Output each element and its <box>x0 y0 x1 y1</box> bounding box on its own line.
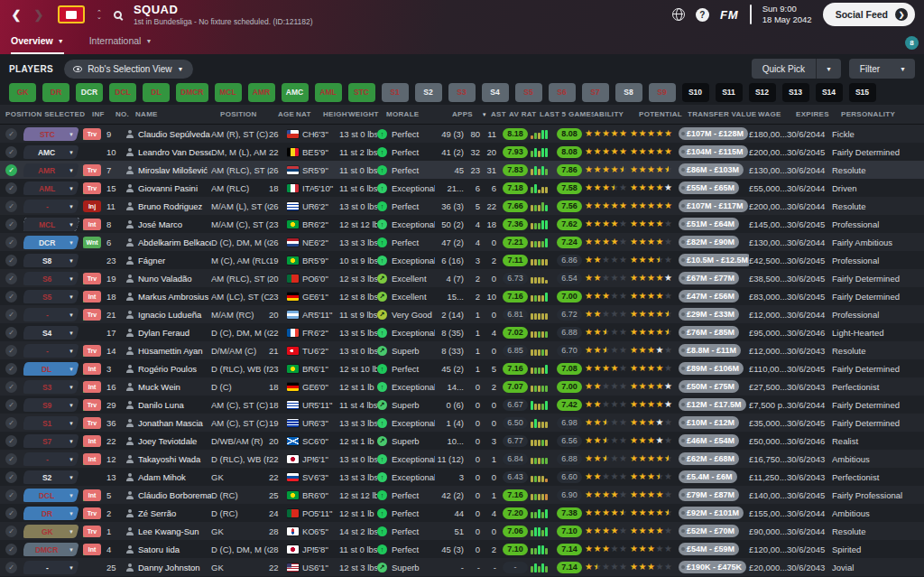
filter-button[interactable]: Filter ▼ <box>849 59 915 79</box>
player-name[interactable]: Leandro Van Dessel <box>138 147 211 157</box>
position-selected-pill[interactable]: -▼ <box>23 344 79 358</box>
transfer-value-pill[interactable]: £104M - £115M <box>679 145 748 158</box>
filter-button-amr[interactable]: AMR <box>248 83 275 102</box>
filter-button-dcl[interactable]: DCL <box>109 83 136 102</box>
filter-button-s15[interactable]: S15 <box>849 83 876 102</box>
screen-switcher-icon[interactable]: ⌃⌄ <box>97 10 102 19</box>
position-selected-pill[interactable]: AMR▼ <box>23 163 79 177</box>
player-name[interactable]: Ignacio Ludueña <box>138 310 201 320</box>
info-badge-int[interactable]: Int <box>83 363 101 375</box>
selection-checkbox[interactable]: ✓ <box>5 146 17 158</box>
table-row[interactable]: ✓DCL▼Int5Cláudio BorboremaD (RC)25BRA6'0… <box>0 486 924 504</box>
column-header-last-5-games[interactable]: LAST 5 GAMES <box>540 110 594 118</box>
column-header-position-selected[interactable]: POSITION SELECTED <box>5 110 92 118</box>
transfer-value-pill[interactable]: £50M - £75M <box>679 380 739 393</box>
back-button[interactable]: ❮ <box>9 8 23 22</box>
filter-button-s1[interactable]: S1 <box>382 83 409 102</box>
column-header-nat[interactable]: NAT <box>296 110 323 118</box>
table-row[interactable]: ✓DMCR▼Int4Satoru IidaD (C), DM, M (C)28J… <box>0 540 924 558</box>
player-name[interactable]: Abdelkarim Belkacem <box>138 237 211 247</box>
transfer-value-pill[interactable]: £89M - £106M <box>679 362 744 375</box>
notification-badge[interactable]: 8 <box>905 36 919 50</box>
column-header-ast[interactable]: AST <box>491 110 509 118</box>
info-badge-wnt[interactable]: Wnt <box>83 237 101 248</box>
position-selected-pill[interactable]: DL▼ <box>23 362 79 376</box>
selection-checkbox[interactable]: ✓ <box>5 544 17 555</box>
position-selected-pill[interactable]: DCL▼ <box>23 489 79 502</box>
selection-checkbox[interactable]: ✓ <box>5 453 17 465</box>
table-row[interactable]: ✓AMR▼Trv7Miroslav MiloševićAM (RLC), ST … <box>0 161 924 179</box>
position-selected-pill[interactable]: S1▼ <box>23 416 79 430</box>
column-header-position[interactable]: POSITION <box>220 110 278 118</box>
social-feed-button[interactable]: Social Feed ❯ <box>823 3 915 26</box>
table-row[interactable]: ✓-▼Trv21Ignacio LudueñaM/AM (RC)20ARG5'1… <box>0 305 924 323</box>
player-name[interactable]: Takayoshi Wada <box>138 454 200 464</box>
column-header-no-[interactable]: NO. <box>116 110 135 118</box>
chevron-down-icon[interactable]: ▼ <box>817 66 841 72</box>
player-name[interactable]: Giovanni Pasini <box>138 183 198 193</box>
position-selected-pill[interactable]: DR▼ <box>23 507 79 520</box>
info-badge-inj[interactable]: Inj <box>83 200 101 212</box>
transfer-value-pill[interactable]: £190K - £475K <box>679 561 746 573</box>
info-badge-int[interactable]: Int <box>83 453 101 465</box>
column-header-morale[interactable]: MORALE <box>386 110 444 118</box>
info-badge-trv[interactable]: Trv <box>83 417 101 429</box>
filter-button-s7[interactable]: S7 <box>582 83 609 102</box>
transfer-value-pill[interactable]: £55M - £65M <box>679 181 739 194</box>
table-row[interactable]: ✓S9▼Trv29Danilo LunaAM (C), ST (C)18URU5… <box>0 396 924 414</box>
player-name[interactable]: Nuno Valadão <box>138 274 192 284</box>
table-row[interactable]: ✓-▼Trv14Hüsamettin AyanD/M/AM (C)21TUR6'… <box>0 341 924 359</box>
transfer-value-pill[interactable]: £62M - £68M <box>679 452 739 465</box>
transfer-value-pill[interactable]: £82M - £90M <box>679 236 739 248</box>
transfer-value-pill[interactable]: £67M - £77M <box>679 272 739 284</box>
position-selected-pill[interactable]: AMC▼ <box>23 145 79 159</box>
selection-checkbox[interactable]: ✓ <box>5 489 17 501</box>
info-badge-trv[interactable]: Trv <box>83 164 101 176</box>
player-name[interactable]: Danny Johnston <box>138 563 200 572</box>
transfer-value-pill[interactable]: £46M - £54M <box>679 434 739 447</box>
transfer-value-pill[interactable]: £107M - £117M <box>679 200 748 212</box>
transfer-value-pill[interactable]: £29M - £33M <box>679 308 739 321</box>
column-header-expires[interactable]: EXPIRES <box>796 110 841 118</box>
filter-button-s4[interactable]: S4 <box>482 83 509 102</box>
filter-button-amc[interactable]: AMC <box>282 83 309 102</box>
quick-pick-button[interactable]: Quick Pick ▼ <box>752 59 841 79</box>
player-name[interactable]: Dylan Feraud <box>138 328 189 338</box>
player-name[interactable]: Hüsamettin Ayan <box>138 346 203 356</box>
transfer-value-pill[interactable]: £76M - £85M <box>679 326 739 339</box>
filter-button-gk[interactable]: GK <box>9 83 36 102</box>
table-row[interactable]: ✓S8▼23FágnerM (C), AM (RLC)19BRA5'9"10 s… <box>0 251 924 269</box>
table-row[interactable]: ✓STC▼Trv9Claudio SepúlvedaAM (R), ST (C)… <box>0 125 924 143</box>
filter-button-s3[interactable]: S3 <box>448 83 476 102</box>
column-header-potential[interactable]: POTENTIAL <box>639 110 688 118</box>
table-row[interactable]: ✓S4▼17Dylan FeraudD (C), DM, M (C)22FRA6… <box>0 323 924 341</box>
filter-button-s12[interactable]: S12 <box>749 83 776 102</box>
player-name[interactable]: Rogério Poulos <box>138 364 197 374</box>
position-selected-pill[interactable]: S5▼ <box>23 290 79 303</box>
player-name[interactable]: Cláudio Borborema <box>138 490 211 500</box>
player-name[interactable]: Claudio Sepúlveda <box>138 129 210 139</box>
club-crest-icon[interactable] <box>58 5 85 23</box>
table-row[interactable]: ✓S5▼Int18Markus AmbrosiusAM (LC), ST (C)… <box>0 287 924 305</box>
table-row[interactable]: ✓MCL▼Int8José MarcoM/AM (C), ST (C)23BRA… <box>0 215 924 233</box>
column-header-wage[interactable]: WAGE <box>758 110 796 118</box>
info-badge-int[interactable]: Int <box>83 544 101 555</box>
position-selected-pill[interactable]: S4▼ <box>23 326 79 340</box>
table-row[interactable]: ✓S1▼Trv36Jonathan MasciaAM (C), ST (C)19… <box>0 414 924 432</box>
position-selected-pill[interactable]: GK▼ <box>23 525 79 538</box>
info-badge-trv[interactable]: Trv <box>83 309 101 321</box>
position-selected-pill[interactable]: S9▼ <box>23 398 79 412</box>
player-name[interactable]: Zé Serrão <box>138 508 176 518</box>
column-header-name[interactable]: NAME <box>135 110 220 118</box>
selection-checkbox[interactable]: ✓ <box>5 399 17 411</box>
column-header-transfer-value[interactable]: TRANSFER VALUE <box>688 110 758 118</box>
tab-international[interactable]: International▼ <box>89 29 152 54</box>
selection-checkbox[interactable]: ✓ <box>5 507 17 519</box>
selection-checkbox[interactable]: ✓ <box>5 128 17 140</box>
player-name[interactable]: José Marco <box>138 219 182 229</box>
player-name[interactable]: Bruno Rodriguez <box>138 201 202 211</box>
player-name[interactable]: Miroslav Milošević <box>138 165 208 175</box>
transfer-value-pill[interactable]: £10.5M - £12.5M <box>679 254 749 266</box>
table-row[interactable]: ✓-▼Inj11Bruno RodriguezM/AM (L), ST (C)2… <box>0 197 924 215</box>
transfer-value-pill[interactable]: £12M - £17.5M <box>679 398 746 411</box>
